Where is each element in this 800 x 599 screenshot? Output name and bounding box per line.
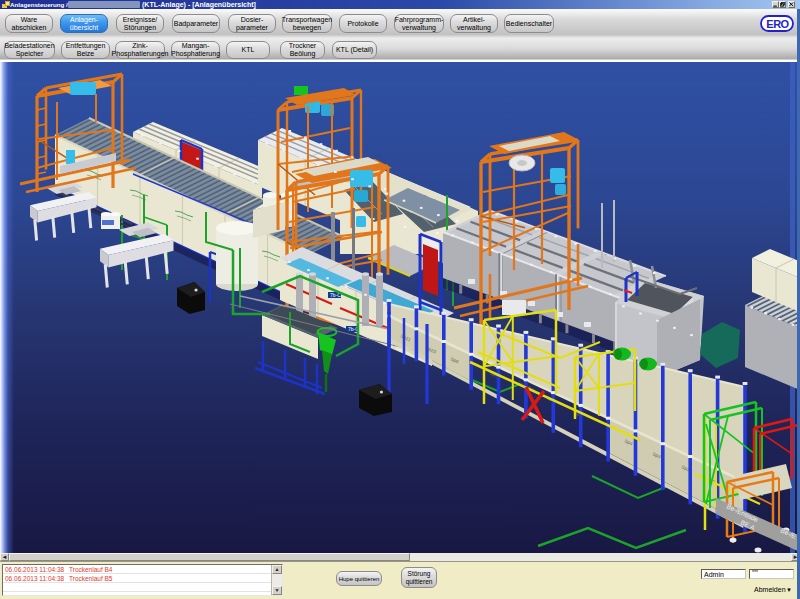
svg-text:ERO: ERO [766, 18, 789, 30]
